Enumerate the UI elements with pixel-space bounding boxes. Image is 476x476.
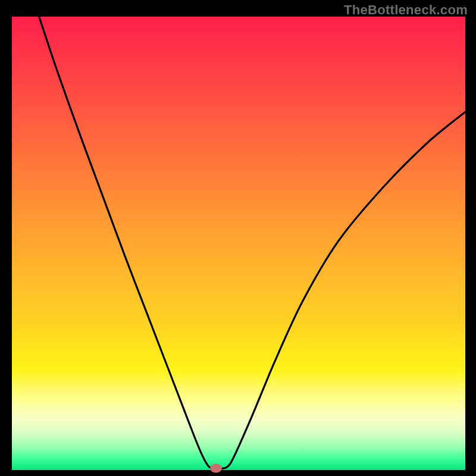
optimal-point-marker	[210, 464, 222, 472]
curve-svg	[12, 17, 465, 470]
bottleneck-curve	[39, 17, 465, 469]
plot-area	[12, 17, 465, 470]
chart-frame: TheBottleneck.com	[0, 0, 476, 476]
attribution-label: TheBottleneck.com	[344, 2, 468, 18]
